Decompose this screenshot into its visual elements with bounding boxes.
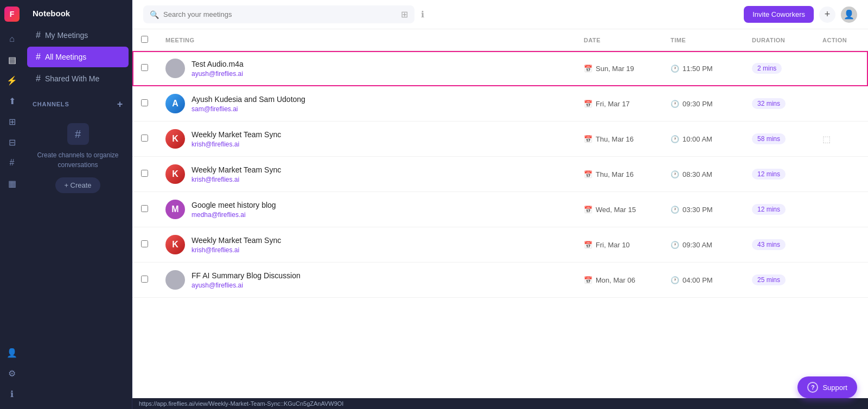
statusbar: https://app.fireflies.ai/view/Weekly-Mar… bbox=[132, 398, 868, 409]
sidebar-item-my-meetings[interactable]: # My Meetings bbox=[27, 25, 129, 46]
meeting-name: Weekly Market Team Sync bbox=[192, 130, 281, 139]
document-icon[interactable]: ▤ bbox=[3, 51, 21, 68]
meeting-info: Weekly Market Team Sync krish@fireflies.… bbox=[192, 236, 281, 254]
time-value: 08:30 AM bbox=[682, 170, 712, 178]
user-avatar[interactable]: 👤 bbox=[841, 7, 857, 23]
row-duration: 43 mins bbox=[743, 227, 814, 263]
search-icon: 🔍 bbox=[150, 10, 159, 19]
upload-icon[interactable]: ⬆ bbox=[3, 92, 21, 110]
channels-label: CHANNELS bbox=[33, 101, 69, 107]
meeting-email: medha@fireflies.ai bbox=[192, 211, 276, 219]
topbar-info-icon[interactable]: ℹ bbox=[421, 9, 424, 20]
row-check bbox=[132, 263, 157, 298]
table-row[interactable]: K Weekly Market Team Sync krish@fireflie… bbox=[132, 122, 868, 157]
create-channel-button[interactable]: + Create bbox=[55, 177, 100, 193]
layers-icon[interactable]: ⊞ bbox=[3, 113, 21, 130]
settings-icon[interactable]: ⚙ bbox=[3, 365, 21, 382]
sidebar-item-all-meetings[interactable]: # All Meetings bbox=[27, 47, 129, 67]
duration-badge: 2 mins bbox=[752, 63, 782, 74]
info-icon[interactable]: ℹ bbox=[3, 385, 21, 402]
people-icon[interactable]: 👤 bbox=[3, 344, 21, 361]
add-button[interactable]: + bbox=[819, 7, 835, 23]
clock-icon: 🕐 bbox=[671, 170, 679, 178]
topbar: 🔍 ⊞ ℹ Invite Coworkers + 👤 bbox=[132, 0, 868, 29]
table-row[interactable]: K Weekly Market Team Sync krish@fireflie… bbox=[132, 157, 868, 192]
clock-icon: 🕐 bbox=[671, 135, 679, 143]
meeting-avatar: K bbox=[165, 235, 185, 254]
meeting-email: krish@fireflies.ai bbox=[192, 176, 281, 183]
row-checkbox[interactable] bbox=[141, 170, 148, 177]
header-time: TIME bbox=[662, 29, 743, 51]
invite-coworkers-button[interactable]: Invite Coworkers bbox=[744, 6, 814, 23]
header-check bbox=[132, 29, 157, 51]
chart-icon[interactable]: ▦ bbox=[3, 175, 21, 192]
meeting-avatar bbox=[165, 270, 185, 290]
sidebar-item-shared-with-me[interactable]: # Shared With Me bbox=[27, 68, 129, 89]
meeting-email: krish@fireflies.ai bbox=[192, 246, 281, 254]
hash-icon-my-meetings: # bbox=[36, 30, 41, 40]
duration-badge: 25 mins bbox=[752, 274, 786, 285]
row-duration: 25 mins bbox=[743, 263, 814, 298]
row-action bbox=[814, 157, 868, 192]
meeting-avatar: M bbox=[165, 200, 185, 219]
row-meeting: K Weekly Market Team Sync krish@fireflie… bbox=[157, 122, 575, 157]
table-row[interactable]: K Weekly Market Team Sync krish@fireflie… bbox=[132, 227, 868, 263]
home-icon[interactable]: ⌂ bbox=[3, 30, 21, 48]
row-meeting: A Ayush Kudesia and Sam Udotong sam@fire… bbox=[157, 86, 575, 122]
clock-icon: 🕐 bbox=[671, 65, 679, 73]
clock-icon: 🕐 bbox=[671, 100, 679, 108]
row-date: 📅 Fri, Mar 17 bbox=[575, 86, 662, 122]
meeting-name: Weekly Market Team Sync bbox=[192, 165, 281, 174]
row-action bbox=[814, 192, 868, 227]
search-input[interactable] bbox=[163, 10, 397, 18]
duration-badge: 12 mins bbox=[752, 204, 786, 215]
grid-icon[interactable]: ⊟ bbox=[3, 133, 21, 151]
hash-icon[interactable]: # bbox=[3, 154, 21, 171]
row-meeting: FF AI Summary Blog Discussion ayush@fire… bbox=[157, 263, 575, 298]
row-duration: 2 mins bbox=[743, 51, 814, 86]
meeting-email: ayush@fireflies.ai bbox=[192, 70, 244, 78]
archive-icon[interactable]: ⬚ bbox=[822, 135, 831, 144]
header-action: ACTION bbox=[814, 29, 868, 51]
channels-empty-icon: # bbox=[67, 123, 89, 145]
row-checkbox[interactable] bbox=[141, 276, 148, 283]
row-checkbox[interactable] bbox=[141, 205, 148, 212]
clock-icon: 🕐 bbox=[671, 276, 679, 284]
table-row[interactable]: FF AI Summary Blog Discussion ayush@fire… bbox=[132, 263, 868, 298]
sidebar: Notebook # My Meetings # All Meetings # … bbox=[24, 0, 132, 409]
row-date: 📅 Mon, Mar 06 bbox=[575, 263, 662, 298]
row-meeting: M Google meet history blog medha@firefli… bbox=[157, 192, 575, 227]
row-check bbox=[132, 122, 157, 157]
meetings-table: MEETING DATE TIME DURATION ACTION bbox=[132, 29, 868, 298]
channels-add-button[interactable]: + bbox=[117, 99, 123, 109]
row-checkbox[interactable] bbox=[141, 135, 148, 142]
table-row[interactable]: Test Audio.m4a ayush@fireflies.ai 📅 Sun,… bbox=[132, 51, 868, 86]
select-all-checkbox[interactable] bbox=[141, 36, 148, 43]
row-time: 🕐 08:30 AM bbox=[662, 157, 743, 192]
support-button[interactable]: ? Support bbox=[797, 376, 857, 398]
table-row[interactable]: A Ayush Kudesia and Sam Udotong sam@fire… bbox=[132, 86, 868, 122]
app-logo[interactable]: F bbox=[4, 7, 20, 22]
row-check bbox=[132, 192, 157, 227]
time-value: 09:30 PM bbox=[682, 100, 713, 108]
main-content: 🔍 ⊞ ℹ Invite Coworkers + 👤 MEETING DATE bbox=[132, 0, 868, 409]
calendar-icon: 📅 bbox=[584, 241, 592, 249]
meeting-avatar: K bbox=[165, 164, 185, 184]
meeting-info: Google meet history blog medha@fireflies… bbox=[192, 201, 276, 219]
filter-grid-icon[interactable]: ⊞ bbox=[401, 9, 408, 20]
hash-icon-shared: # bbox=[36, 74, 41, 84]
row-action bbox=[814, 263, 868, 298]
lightning-icon[interactable]: ⚡ bbox=[3, 72, 21, 89]
time-value: 03:30 PM bbox=[682, 206, 713, 214]
sidebar-label-all-meetings: All Meetings bbox=[45, 53, 86, 61]
meeting-name: Ayush Kudesia and Sam Udotong bbox=[192, 95, 305, 104]
header-meeting: MEETING bbox=[157, 29, 575, 51]
row-checkbox[interactable] bbox=[141, 64, 148, 71]
row-checkbox[interactable] bbox=[141, 240, 148, 247]
duration-badge: 43 mins bbox=[752, 239, 786, 250]
row-checkbox[interactable] bbox=[141, 99, 148, 106]
row-time: 🕐 10:00 AM bbox=[662, 122, 743, 157]
table-row[interactable]: M Google meet history blog medha@firefli… bbox=[132, 192, 868, 227]
channels-section: CHANNELS + # Create channels to organize… bbox=[24, 90, 132, 204]
support-label: Support bbox=[822, 384, 847, 392]
